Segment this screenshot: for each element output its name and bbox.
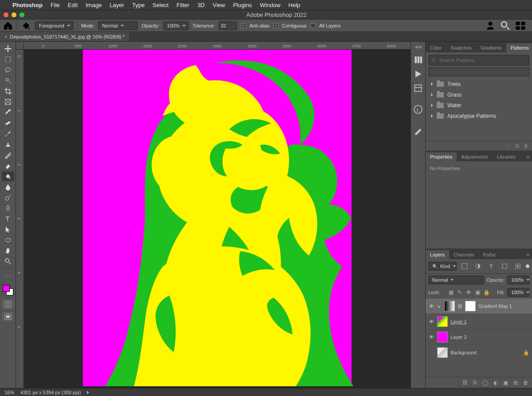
tab-adjustments[interactable]: Adjustments: [457, 152, 493, 161]
shape-tool[interactable]: [2, 235, 14, 245]
filter-pixel-icon[interactable]: [459, 261, 470, 272]
eraser-tool[interactable]: [2, 161, 14, 171]
paint-bucket-tool[interactable]: [2, 171, 14, 181]
link-layers-icon[interactable]: ⛓: [462, 380, 468, 386]
clone-stamp-tool[interactable]: [2, 140, 14, 149]
new-icon[interactable]: ⊞: [515, 143, 519, 149]
layer-fill-dropdown[interactable]: 100%: [507, 288, 529, 297]
tab-swatches[interactable]: Swatches: [446, 43, 476, 52]
document-canvas[interactable]: [83, 50, 352, 386]
layer-1[interactable]: 👁 Layer 1: [426, 314, 532, 330]
pattern-folder-water[interactable]: Water: [428, 100, 529, 111]
tab-patterns[interactable]: Patterns: [506, 43, 532, 52]
color-swatches[interactable]: [2, 284, 14, 296]
tab-libraries[interactable]: Libraries: [493, 152, 520, 161]
layer-name[interactable]: Gradient Map 1: [478, 303, 512, 309]
opacity-dropdown[interactable]: 100%: [163, 21, 189, 30]
quick-selection-tool[interactable]: [2, 76, 14, 85]
home-button[interactable]: [3, 20, 13, 31]
new-adjustment-icon[interactable]: ◐: [493, 380, 498, 386]
blend-mode-dropdown[interactable]: Normal: [98, 21, 138, 30]
menu-app[interactable]: Photoshop: [12, 2, 43, 8]
dodge-tool[interactable]: [2, 193, 14, 202]
lock-transparency-icon[interactable]: ▦: [448, 289, 454, 295]
visibility-icon[interactable]: 👁: [428, 303, 434, 309]
delete-layer-icon[interactable]: 🗑: [523, 380, 528, 386]
layer-name[interactable]: Background: [450, 350, 477, 355]
filter-type-icon[interactable]: T: [486, 261, 497, 272]
path-selection-tool[interactable]: [2, 225, 14, 234]
history-brush-tool[interactable]: [2, 150, 14, 160]
status-menu-icon[interactable]: [87, 391, 89, 394]
lock-position-icon[interactable]: ✥: [466, 289, 472, 295]
filter-adjustment-icon[interactable]: [473, 261, 483, 272]
crop-tool[interactable]: [2, 86, 14, 96]
menu-3d[interactable]: 3D: [197, 2, 205, 8]
menu-select[interactable]: Select: [153, 2, 168, 8]
layer-mask-thumbnail[interactable]: [465, 301, 476, 311]
close-window-icon[interactable]: [4, 12, 8, 17]
actions-panel-icon[interactable]: [413, 69, 423, 79]
layer-thumbnail[interactable]: [437, 332, 448, 342]
maximize-window-icon[interactable]: [20, 12, 24, 17]
visibility-icon[interactable]: [428, 349, 434, 356]
screen-mode-toggle[interactable]: [3, 312, 13, 321]
ruler-horizontal[interactable]: 0 500 1000 1500 2000 2500 3000 3500 4000…: [24, 42, 411, 50]
move-tool[interactable]: [2, 44, 14, 54]
document-tab[interactable]: × Depositphotos_518717440_XL.jpg @ 16% (…: [0, 32, 129, 41]
layer-2[interactable]: 👁 Layer 2: [426, 330, 532, 345]
layer-name[interactable]: Layer 2: [450, 334, 467, 340]
tab-color[interactable]: Color: [426, 43, 446, 52]
tool-icon-bucket[interactable]: [21, 20, 31, 31]
layer-background[interactable]: Background 🔒: [426, 345, 532, 361]
blend-mode-dropdown[interactable]: Normal: [428, 276, 484, 284]
import-icon[interactable]: ⬚: [506, 143, 511, 149]
ruler-vertical[interactable]: 0 1 2 3 4 5: [16, 50, 24, 388]
type-tool[interactable]: T: [2, 214, 14, 224]
history-panel-icon[interactable]: [413, 54, 423, 65]
new-group-icon[interactable]: ▣: [503, 380, 508, 386]
layer-filter-kind[interactable]: 🔍Kind: [428, 262, 457, 271]
layer-name[interactable]: Layer 1: [450, 319, 467, 324]
workspace-icon[interactable]: [515, 20, 526, 31]
blur-tool[interactable]: [2, 182, 14, 192]
tab-layers[interactable]: Layers: [426, 250, 449, 259]
tab-properties[interactable]: Properties: [426, 152, 457, 161]
menu-layer[interactable]: Layer: [110, 2, 124, 8]
layer-gradient-map-1[interactable]: 👁 ↳ ⛓ Gradient Map 1: [426, 299, 532, 314]
zoom-tool[interactable]: [2, 256, 14, 266]
filter-smart-icon[interactable]: [512, 261, 523, 272]
layer-thumbnail[interactable]: [437, 347, 448, 358]
fill-type-dropdown[interactable]: Foreground: [35, 21, 74, 30]
marquee-tool[interactable]: [2, 54, 14, 64]
tab-close-icon[interactable]: ×: [4, 34, 7, 39]
quick-mask-toggle[interactable]: [3, 300, 13, 309]
layer-fx-icon[interactable]: fx: [473, 380, 477, 386]
panel-collapse-icon[interactable]: ◀◀: [415, 44, 422, 49]
all-layers-checkbox[interactable]: [310, 23, 316, 28]
menu-help[interactable]: Help: [289, 2, 301, 8]
pen-tool[interactable]: [2, 203, 14, 213]
pattern-preview-bar[interactable]: [428, 67, 529, 76]
menu-edit[interactable]: Edit: [68, 2, 78, 8]
contiguous-checkbox[interactable]: [273, 23, 278, 28]
panel-menu-icon[interactable]: ≡: [524, 250, 532, 259]
pattern-folder-grass[interactable]: Grass: [428, 89, 529, 100]
tolerance-input[interactable]: [219, 21, 237, 30]
menu-filter[interactable]: Filter: [176, 2, 189, 8]
brush-tool[interactable]: [2, 129, 14, 139]
search-icon[interactable]: [500, 20, 511, 31]
menu-plugins[interactable]: Plugins: [233, 2, 252, 8]
tab-channels[interactable]: Channels: [449, 250, 478, 259]
cloud-share-icon[interactable]: [485, 20, 496, 31]
menu-window[interactable]: Window: [260, 2, 280, 8]
filter-toggle[interactable]: [526, 264, 529, 268]
search-patterns-input[interactable]: [439, 58, 526, 63]
pattern-folder-trees[interactable]: Trees: [428, 79, 529, 89]
lock-pixels-icon[interactable]: ✎: [457, 289, 463, 295]
tab-paths[interactable]: Paths: [479, 250, 500, 259]
healing-brush-tool[interactable]: [2, 118, 14, 128]
filter-shape-icon[interactable]: [499, 261, 510, 272]
frame-tool[interactable]: [2, 97, 14, 107]
pattern-folder-apocalypse[interactable]: Apocalypse Patterns: [428, 111, 529, 121]
